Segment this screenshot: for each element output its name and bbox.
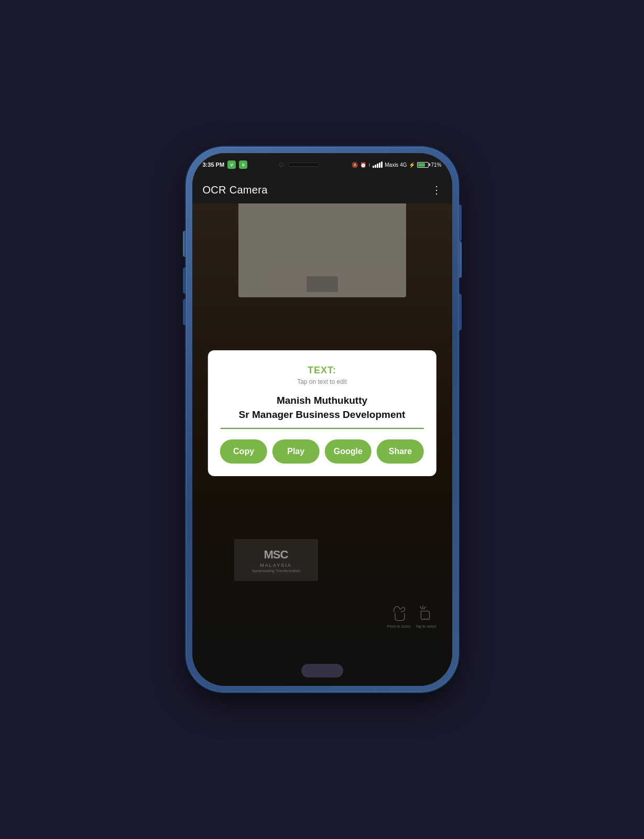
recognized-text-line1: Manish Muthukutty (277, 395, 367, 406)
charging-icon: ⚡ (409, 162, 415, 168)
dialog-label: TEXT: (220, 365, 423, 376)
battery-percent: 71% (431, 162, 441, 168)
phone-body: MSC MALAYSIA Spearheading Transformation (186, 147, 459, 692)
speaker-bar (288, 163, 320, 167)
notification-icon-s: S (239, 160, 247, 169)
battery-fill (418, 163, 425, 167)
phone-frame: MSC MALAYSIA Spearheading Transformation (186, 147, 459, 692)
dialog-hint: Tap on text to edit (220, 378, 423, 385)
play-button[interactable]: Play (272, 439, 320, 464)
share-button[interactable]: Share (377, 439, 424, 464)
more-options-button[interactable]: ⋮ (431, 184, 442, 196)
home-button[interactable] (301, 664, 343, 677)
camera-dot (279, 162, 284, 167)
status-right: 🔕 ⏰ ↕ Maxis 4G ⚡ (352, 162, 442, 168)
vibrate-icon: ↕ (368, 162, 371, 167)
status-time: 3:35 PM (203, 162, 225, 168)
notification-icon-v: V (227, 160, 236, 169)
carrier-name: Maxis 4G (385, 162, 407, 168)
dialog-action-buttons: Copy Play Google Share (220, 439, 423, 464)
status-left: 3:35 PM V S (203, 160, 248, 169)
ocr-result-dialog: TEXT: Tap on text to edit Manish Muthuku… (208, 350, 436, 476)
battery-icon (417, 162, 429, 168)
status-bar: 3:35 PM V S 🔕 ⏰ ↕ (192, 153, 452, 176)
notch-area (279, 162, 320, 167)
app-title: OCR Camera (203, 184, 268, 196)
screen: MSC MALAYSIA Spearheading Transformation (192, 153, 452, 686)
signal-bars-icon (373, 162, 383, 168)
recognized-text-line2: Sr Manager Business Development (239, 408, 406, 420)
alarm-icon: ⏰ (360, 162, 366, 168)
dialog-recognized-text[interactable]: Manish Muthukutty Sr Manager Business De… (220, 394, 423, 429)
google-button[interactable]: Google (325, 439, 372, 464)
app-bar: OCR Camera ⋮ (192, 176, 452, 203)
copy-button[interactable]: Copy (220, 439, 267, 464)
phone-inner: MSC MALAYSIA Spearheading Transformation (192, 153, 452, 686)
mute-icon: 🔕 (352, 162, 358, 168)
